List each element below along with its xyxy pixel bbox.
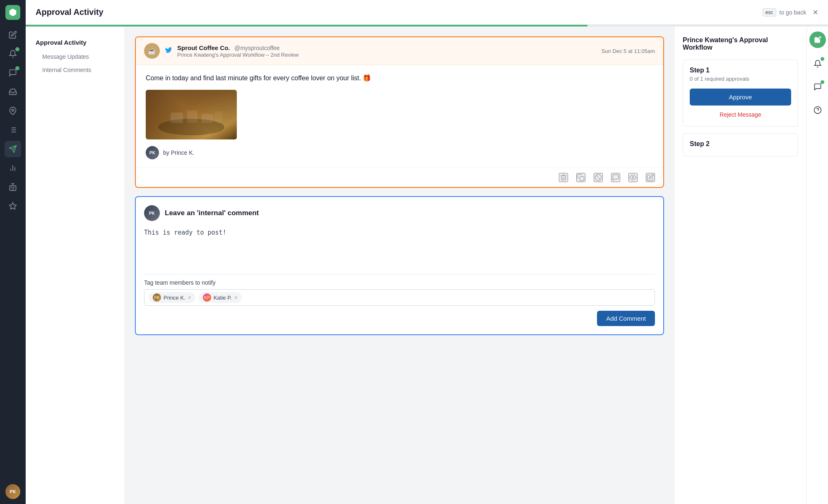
svg-point-0: [12, 109, 14, 111]
svg-rect-18: [171, 113, 183, 123]
step-1-card: Step 1 0 of 1 required approvals Approve…: [683, 60, 798, 127]
svg-rect-19: [187, 110, 197, 123]
left-navigation: PK: [0, 0, 26, 504]
svg-rect-21: [214, 111, 222, 123]
notification-badge-right: [821, 57, 824, 61]
block-post-button[interactable]: [594, 173, 603, 182]
add-comment-button[interactable]: Add Comment: [597, 311, 655, 326]
app-logo: [5, 5, 20, 20]
step-1-title: Step 1: [690, 67, 791, 74]
sidebar-item-approval-activity[interactable]: Approval Activity: [26, 35, 125, 50]
nav-icon-notifications[interactable]: [5, 46, 21, 62]
step-2-card: Step 2: [683, 133, 798, 156]
reject-button[interactable]: Reject Message: [690, 110, 791, 120]
nav-icon-send[interactable]: [5, 141, 21, 157]
post-card-header: ☕ Sprout Coffee Co. @mysproutcoffee Prin…: [136, 37, 663, 65]
post-card: ☕ Sprout Coffee Co. @mysproutcoffee Prin…: [135, 36, 664, 188]
chat-badge-right: [821, 80, 824, 84]
brand-avatar: ☕: [144, 43, 160, 59]
tag-chip-avatar-katie: KP: [203, 293, 211, 302]
commenter-avatar: PK: [144, 205, 160, 221]
nav-icon-inbox[interactable]: [5, 84, 21, 100]
approve-button[interactable]: Approve: [690, 89, 791, 106]
brand-name: Sprout Coffee Co.: [177, 44, 230, 51]
svg-marker-15: [10, 203, 17, 209]
post-brand-info: Sprout Coffee Co. @mysproutcoffee Prince…: [177, 44, 597, 58]
post-date: Sun Dec 5 at 11:05am: [602, 48, 655, 54]
svg-rect-22: [580, 177, 584, 181]
nav-icon-bot[interactable]: [5, 179, 21, 195]
help-icon-right[interactable]: [810, 103, 825, 118]
comment-footer: Add Comment: [144, 311, 655, 326]
comment-divider: [144, 274, 655, 274]
back-label: to go back: [780, 9, 806, 16]
tag-chip-remove-prince[interactable]: ×: [188, 295, 191, 300]
workflow-label: Prince Kwateng's Approval Workflow – 2nd…: [177, 52, 597, 58]
tag-chip-katie: KP Katie P. ×: [199, 292, 242, 303]
top-header: Approval Activity esc to go back ×: [26, 0, 828, 25]
right-panel: Prince Kwateng's Approval Workflow Step …: [674, 26, 806, 504]
edit-post-button[interactable]: [646, 173, 655, 182]
nav-icon-star[interactable]: [5, 198, 21, 214]
svg-point-14: [14, 187, 14, 188]
svg-rect-20: [202, 114, 213, 123]
tag-chip-avatar-prince: PK: [153, 293, 161, 302]
tag-label: Tag team members to notify: [144, 279, 655, 286]
tag-input-row[interactable]: PK Prince K. × KP Katie P. ×: [144, 289, 655, 306]
svg-rect-12: [10, 186, 16, 191]
close-button[interactable]: ×: [813, 8, 818, 17]
esc-badge: esc: [763, 8, 776, 17]
post-author-avatar: PK: [146, 146, 159, 159]
twitter-icon: [165, 46, 172, 56]
notification-icon-right[interactable]: [810, 56, 825, 71]
nav-icon-analytics[interactable]: [5, 160, 21, 176]
step-2-title: Step 2: [690, 140, 791, 148]
svg-point-17: [158, 119, 224, 135]
right-panel-title: Prince Kwateng's Approval Workflow: [683, 36, 798, 51]
brand-handle: @mysproutcoffee: [234, 45, 280, 51]
step-1-meta: 0 of 1 required approvals: [690, 76, 791, 82]
tag-chip-label-prince: Prince K.: [164, 295, 185, 301]
comment-card-title: Leave an 'internal' comment: [165, 209, 259, 217]
svg-point-25: [632, 177, 634, 179]
user-avatar-nav[interactable]: PK: [5, 484, 20, 499]
tag-chip-label-katie: Katie P.: [214, 295, 232, 301]
svg-rect-16: [146, 90, 237, 139]
delete-post-button[interactable]: [559, 173, 568, 182]
comment-card: PK Leave an 'internal' comment This is r…: [135, 196, 664, 335]
tag-chip-prince: PK Prince K. ×: [149, 292, 195, 303]
esc-back-control: esc to go back: [763, 8, 806, 17]
compose-icon-button[interactable]: [809, 31, 826, 48]
post-text: Come in today and find last minute gifts…: [146, 73, 653, 83]
comment-card-header: PK Leave an 'internal' comment: [144, 205, 655, 221]
notification-badge: [15, 47, 19, 51]
nav-icon-messages[interactable]: [5, 65, 21, 81]
nav-icon-pin[interactable]: [5, 103, 21, 119]
post-image: [146, 90, 237, 139]
nav-icon-list[interactable]: [5, 122, 21, 138]
tag-section: Tag team members to notify PK Prince K. …: [144, 279, 655, 306]
copy-post-button[interactable]: [576, 173, 585, 182]
nav-icon-compose[interactable]: [5, 26, 21, 43]
comment-textarea[interactable]: This is ready to post!: [144, 228, 655, 267]
svg-line-24: [596, 175, 601, 180]
post-actions: [136, 168, 663, 187]
comment-post-button[interactable]: [611, 173, 620, 182]
post-author-row: PK by Prince K.: [146, 146, 653, 159]
sidebar-item-message-updates[interactable]: Message Updates: [26, 50, 125, 63]
far-right-icons: [806, 26, 828, 504]
post-author-label: by Prince K.: [163, 149, 194, 156]
svg-point-13: [12, 187, 12, 188]
sidebar-item-internal-comments[interactable]: Internal Comments: [26, 63, 125, 77]
main-panel: ☕ Sprout Coffee Co. @mysproutcoffee Prin…: [125, 26, 674, 504]
messages-badge: [15, 66, 19, 70]
chat-icon-right[interactable]: [810, 79, 825, 94]
tag-chip-remove-katie[interactable]: ×: [234, 295, 238, 300]
view-post-button[interactable]: [628, 173, 638, 182]
sidebar: Approval Activity Message Updates Intern…: [26, 26, 125, 504]
post-card-body: Come in today and find last minute gifts…: [136, 65, 663, 168]
page-title: Approval Activity: [36, 7, 763, 17]
